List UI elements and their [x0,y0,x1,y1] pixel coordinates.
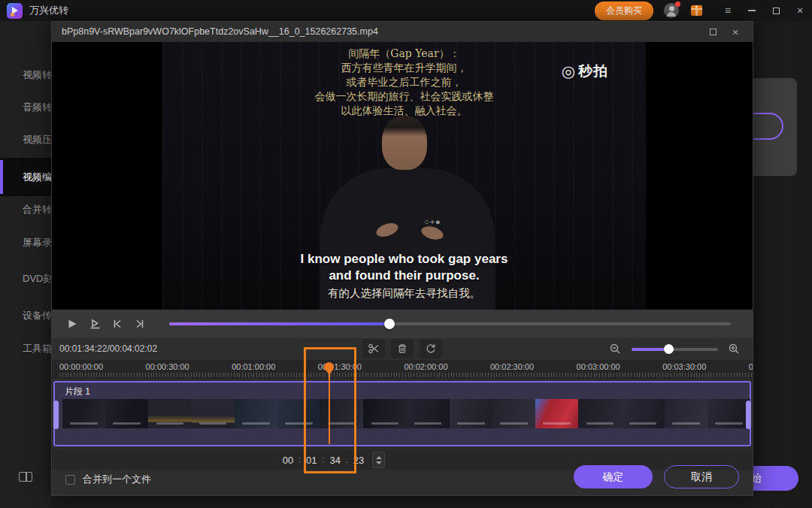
video-frame: 间隔年（Gap Year）：西方有些青年在升学期间，或者毕业之后工作之前，会做一… [162,42,646,310]
gift-icon[interactable] [691,5,702,16]
sidebar-item-1[interactable]: 视频转 [0,66,51,84]
merge-checkbox-row[interactable]: 合并到一个文件 [65,473,151,486]
dialog-title: bPp8n9V-sRWBpar9vWO7klOFpbeTtdz2ovSaHw__… [62,26,378,37]
clip-thumbnail-15 [665,399,707,428]
merge-checkbox-label: 合并到一个文件 [83,473,151,486]
miaopai-logo-icon: ◎ [562,62,576,80]
sidebar-item-5[interactable]: 合并转 [0,201,51,219]
progress-fill [169,322,389,325]
caption-line: 间隔年（Gap Year）： [162,47,646,61]
progress-thumb[interactable] [384,319,395,329]
time-segment-2[interactable]: 01 [304,455,318,466]
zoom-out-icon[interactable] [609,343,622,355]
notification-dot [675,2,680,7]
dialog-maximize-button[interactable] [701,22,724,42]
clip-thumbnail-1 [62,399,105,428]
clip-thumbnail-6 [277,399,320,428]
zoom-slider-thumb[interactable] [664,344,674,354]
timeline-ruler[interactable]: 00:00:00:0000:00:30:0000:01:00:0000:01:3… [52,360,753,378]
ruler-label: 00:02:00:00 [404,362,447,371]
playhead-pin[interactable] [324,362,334,372]
video-subtitles: I know people who took gap years and fou… [162,251,646,301]
sidebar-item-3[interactable]: 视频压 [0,131,51,149]
cancel-button[interactable]: 取消 [664,465,739,488]
timeline-zoom-controls [609,338,741,360]
ruler-label: 00:01:00:00 [232,362,275,371]
app-logo-icon [7,3,23,19]
sidebar-item-2[interactable]: 音频转 [0,98,51,116]
time-segment-3[interactable]: 34 [329,455,342,466]
trim-toolbar: 00:01:34:22/00:04:02:02 [52,338,753,360]
time-stepper[interactable] [372,452,385,468]
close-button[interactable]: × [788,0,812,21]
menu-icon[interactable]: ≡ [716,0,740,21]
reset-button[interactable] [420,339,442,358]
playback-progress-bar[interactable] [169,322,731,325]
video-top-caption: 间隔年（Gap Year）：西方有些青年在升学期间，或者毕业之后工作之前，会做一… [162,47,646,118]
clip-thumbnail-12 [535,399,578,428]
dialog-footer: 00:01:34.23 合并到一个文件 确定 取消 [52,450,753,497]
trim-handle-left[interactable] [53,401,59,429]
ruler-label: 00:00:30:00 [146,362,189,371]
trim-time-spinner: 00:01:34.23 [281,452,385,468]
sidebar-item-9[interactable]: 工具箱 [0,340,51,358]
minimize-button[interactable] [740,0,764,21]
ruler-label: 00:02:30:00 [490,362,534,371]
transport-bar [52,310,753,338]
ruler-label: 00:03:00:00 [577,362,620,371]
skip-to-end-icon[interactable] [130,314,150,334]
clip-thumbnail-5 [235,399,277,428]
user-avatar-icon[interactable] [664,3,679,18]
time-segment-1[interactable]: 00 [281,455,295,466]
merge-checkbox[interactable] [65,475,75,485]
time-separator: . [346,455,348,465]
app-title: 万兴优转 [29,4,68,17]
clip-track[interactable]: 片段 1 [53,381,751,446]
video-preview-area: 间隔年（Gap Year）：西方有些青年在升学期间，或者毕业之后工作之前，会做一… [52,42,753,310]
skip-to-start-icon[interactable] [108,314,127,334]
playhead-line[interactable] [329,373,330,444]
miaopai-watermark: ◎秒拍 [562,62,608,81]
sidebar-item-7[interactable]: DVD刻 [0,270,51,288]
cut-button[interactable] [362,339,385,358]
play-icon[interactable] [62,314,82,334]
membership-button[interactable]: 会员购买 [595,2,653,20]
delete-button[interactable] [391,339,414,358]
ok-button[interactable]: 确定 [574,465,653,488]
stepper-down-icon[interactable] [376,461,382,464]
clip-label: 片段 1 [65,386,90,398]
timeline-area: 片段 1 [52,378,753,450]
clip-thumbnail-11 [492,399,535,428]
time-separator: : [322,455,324,465]
play-clip-icon[interactable] [85,314,105,334]
dialog-titlebar: bPp8n9V-sRWBpar9vWO7klOFpbeTtdz2ovSaHw__… [52,22,753,42]
zoom-slider-fill [632,348,668,351]
dialog-close-button[interactable]: × [724,22,747,42]
clip-thumbnail-3 [148,399,191,428]
zoom-in-icon[interactable] [728,343,741,355]
clip-thumbnail-8 [363,399,406,428]
trim-handle-right[interactable] [746,401,751,429]
caption-line: 以此体验生活、融入社会。 [162,104,646,118]
speaker-head [382,116,427,170]
center-watermark: ○+● [424,217,441,226]
ruler-label: 00:00:00:00 [59,362,103,371]
zoom-slider[interactable] [632,348,718,351]
sidebar-item-8[interactable]: 设备传 [0,307,51,325]
stepper-up-icon[interactable] [376,456,382,459]
clip-thumbnail-13 [578,399,621,428]
sidebar-item-4[interactable]: 视频编 [0,158,51,196]
ruler-ticks [59,373,753,377]
clip-thumbnail-7 [320,399,363,428]
maximize-button[interactable] [764,0,788,21]
clip-thumbnail-4 [192,399,235,428]
time-separator: : [298,455,301,465]
clip-thumbnail-14 [621,399,664,428]
book-icon[interactable] [19,472,32,482]
time-segment-4[interactable]: 23 [352,455,365,466]
sidebar-item-6[interactable]: 屏幕录 [0,234,51,252]
app-window: 万兴优转 会员购买 ≡ × 视频转音频转视频压视频编合并转屏幕录DVD刻设备传工… [0,0,812,508]
clip-thumbnail-16 [707,399,750,428]
sidebar: 视频转音频转视频压视频编合并转屏幕录DVD刻设备传工具箱 [0,21,51,508]
caption-line: 会做一次长期的旅行、社会实践或休整 [162,89,646,104]
